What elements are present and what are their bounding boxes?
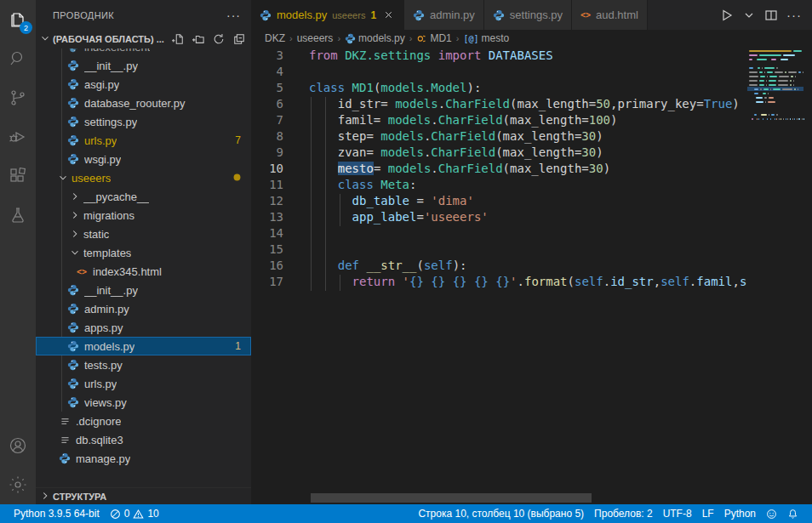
code-line-text: class Meta: — [294, 178, 747, 194]
indent-guide — [311, 194, 312, 210]
more-actions-icon[interactable]: ··· — [226, 9, 241, 22]
new-folder-icon[interactable] — [192, 32, 205, 46]
tree-item--init-py[interactable]: __init__.py — [36, 281, 251, 299]
tab-settings-py[interactable]: settings.py — [484, 0, 572, 30]
collapse-all-icon[interactable] — [232, 32, 246, 46]
status-indentation[interactable]: Пробелов: 2 — [589, 504, 658, 523]
tree-item-migrations[interactable]: migrations — [36, 206, 251, 225]
breadcrumb-item-md1[interactable]: MD1 — [416, 32, 451, 44]
activity-source-control-button[interactable] — [0, 78, 36, 117]
indent-guide — [340, 275, 340, 291]
activity-testing-button[interactable] — [0, 196, 36, 235]
minimap[interactable] — [747, 48, 803, 504]
tree-item--init-py[interactable]: __init__.py — [36, 56, 251, 75]
breadcrumb-separator: › — [456, 33, 460, 43]
indent-guide — [311, 275, 312, 291]
tree-item-label: models.py — [84, 340, 134, 353]
line-number: 17 — [251, 275, 294, 291]
tree-item-asgi-py[interactable]: asgi.py — [36, 75, 251, 94]
tab-label: admin.py — [430, 9, 475, 21]
indent-guide — [311, 162, 312, 178]
tree-item-useeers[interactable]: useeers — [36, 168, 251, 187]
tree-item-label: wsgi.py — [84, 153, 121, 166]
activity-settings-button[interactable] — [0, 465, 36, 504]
tree-item-label: __init__.py — [84, 284, 138, 297]
activity-search-button[interactable] — [0, 39, 36, 78]
breadcrumb-separator: › — [289, 33, 293, 43]
more-actions-button[interactable]: ··· — [786, 8, 802, 22]
tab-admin-py[interactable]: admin.py — [404, 0, 484, 30]
breadcrumb-label: MD1 — [430, 32, 451, 44]
code-line-text: zvan= models.CharField(max_length=30) — [294, 145, 747, 162]
workspace-section-header[interactable]: (РАБОЧАЯ ОБЛАСТЬ) ... — [36, 30, 251, 48]
split-editor-button[interactable] — [764, 9, 778, 22]
status-encoding[interactable]: UTF-8 — [658, 504, 697, 523]
tree-item-manage-py[interactable]: manage.py — [36, 449, 251, 468]
tab-models-py[interactable]: models.pyuseeers1 — [251, 0, 404, 30]
status-problems[interactable]: 010 — [105, 504, 164, 523]
tree-item-static[interactable]: static — [36, 225, 251, 243]
activity-explorer-button[interactable]: 2 — [0, 0, 36, 39]
new-file-icon[interactable] — [171, 32, 185, 46]
status-text: LF — [702, 508, 714, 520]
chevron-right-icon — [68, 227, 82, 241]
tree-item-views-py[interactable]: views.py — [36, 393, 251, 412]
status-language-mode[interactable]: Python — [719, 504, 761, 523]
tree-item-templates[interactable]: templates — [36, 243, 251, 262]
tree-item-index345-html[interactable]: <>index345.html — [36, 262, 251, 281]
breadcrumb-item-useeers[interactable]: useeers — [297, 32, 334, 44]
run-debug-icon — [8, 127, 28, 147]
status-interpreter[interactable]: Python 3.9.5 64-bit — [9, 504, 105, 523]
tree-item-label: database_roouter.py — [84, 97, 186, 110]
modified-dot-badge — [233, 172, 241, 184]
status-feedback[interactable] — [761, 504, 782, 523]
run-button[interactable] — [720, 9, 734, 22]
status-text: Пробелов: 2 — [594, 508, 653, 520]
activity-run-debug-button[interactable] — [0, 117, 36, 156]
indent-guide — [325, 113, 326, 129]
tree-item-urls-py[interactable]: urls.py — [36, 374, 251, 393]
run-dropdown-button[interactable] — [742, 9, 756, 22]
tree-item-tests-py[interactable]: tests.py — [36, 355, 251, 374]
tree-item-models-py[interactable]: models.py1 — [36, 337, 251, 355]
close-icon[interactable] — [381, 9, 395, 22]
tree-item--dcignore[interactable]: .dcignore — [36, 412, 251, 430]
tree-item-urls-py[interactable]: urls.py7 — [36, 131, 251, 150]
warnings-icon — [133, 509, 144, 520]
status-eol[interactable]: LF — [697, 504, 719, 523]
code-line: 15 — [251, 242, 747, 259]
chevron-right-icon — [39, 490, 51, 503]
tree-item-indexelement[interactable]: indexelement — [36, 48, 251, 56]
tree-item-wsgi-py[interactable]: wsgi.py — [36, 150, 251, 168]
tree-item-apps-py[interactable]: apps.py — [36, 318, 251, 337]
breadcrumb-item-models.py[interactable]: models.py — [345, 32, 405, 44]
code-editor[interactable]: 3from DKZ.settings import DATABASES45cla… — [251, 47, 812, 504]
line-number: 12 — [251, 194, 294, 210]
refresh-icon[interactable] — [212, 32, 226, 46]
tree-item-label: useeers — [71, 172, 111, 185]
breadcrumb-item-dkz[interactable]: DKZ — [265, 32, 285, 44]
activity-account-button[interactable] — [0, 426, 36, 465]
tree-item-settings-py[interactable]: settings.py — [36, 112, 251, 131]
tab-aud-html[interactable]: <>aud.html — [572, 0, 648, 30]
horizontal-scrollbar-thumb[interactable] — [311, 493, 592, 503]
code-line-text: return '{} {} {} {} {}'.format(self.id_s… — [294, 275, 747, 291]
breadcrumb-item-mesto[interactable]: [@]mesto — [463, 32, 509, 44]
activity-extensions-button[interactable] — [0, 156, 36, 196]
git-branch-icon — [8, 88, 28, 108]
vertical-scrollbar[interactable] — [803, 47, 812, 504]
python-file-icon — [66, 134, 80, 147]
tree-item-admin-py[interactable]: admin.py — [36, 299, 251, 318]
chevron-down-icon — [68, 246, 82, 259]
editor-actions: ··· — [710, 0, 812, 30]
status-notifications[interactable] — [782, 504, 803, 523]
extensions-icon — [8, 166, 28, 186]
bell-icon — [787, 509, 798, 520]
outline-section-header[interactable]: СТРУКТУРА — [36, 487, 251, 504]
python-file-icon — [66, 358, 80, 372]
line-number: 6 — [251, 97, 294, 113]
status-cursor-position[interactable]: Строка 10, столбец 10 (выбрано 5) — [413, 504, 589, 523]
tree-item--pycache-[interactable]: __pycache__ — [36, 187, 251, 206]
tree-item-database-roouter-py[interactable]: database_roouter.py — [36, 94, 251, 112]
tree-item-db-sqlite3[interactable]: db.sqlite3 — [36, 430, 251, 449]
